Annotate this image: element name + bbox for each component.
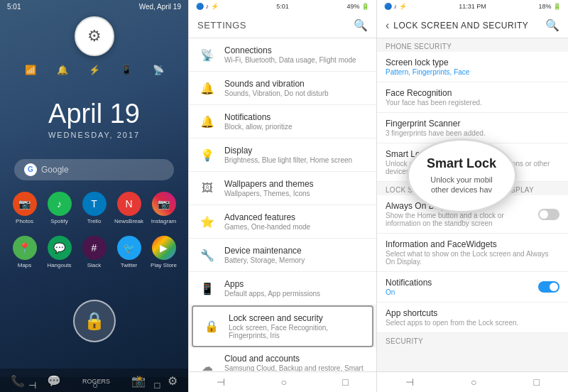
google-g-icon: G <box>24 163 37 176</box>
settings-item-display[interactable]: 💡 Display Brightness, Blue light filter,… <box>189 138 376 172</box>
screen-lock-type-subtitle: Pattern, Fingerprints, Face <box>386 68 559 76</box>
app-newsbreak[interactable]: N NewsBreak <box>114 192 143 224</box>
lock-item-app-shortcuts[interactable]: App shortcuts Select apps to open from t… <box>377 303 568 333</box>
lock-security-content: Lock screen and security Lock screen, Fa… <box>229 313 364 339</box>
maps-label: Maps <box>18 262 32 268</box>
fingerprint-title: Fingerprint Scanner <box>386 119 559 129</box>
notifications-lock-title: Notifications <box>386 278 538 288</box>
settings-nav-recents[interactable]: □ <box>342 376 348 388</box>
home-status-bar: 5:01 Wed, April 19 <box>0 0 188 13</box>
settings-item-advanced[interactable]: ⭐ Advanced features Games, One-handed mo… <box>189 205 376 239</box>
apps-title: Apps <box>224 279 368 289</box>
home-date: Wed, April 19 <box>139 3 181 11</box>
lock-search-icon[interactable]: 🔍 <box>545 18 559 32</box>
cloud-subtitle: Samsung Cloud, Backup and restore, Smart… <box>224 364 368 371</box>
notifications-content: Notifications On <box>386 278 538 296</box>
lock-status-bar: 🔵 ♪ ⚡ 11:31 PM 18% 🔋 <box>377 0 568 13</box>
photos-label: Photos <box>16 218 33 224</box>
settings-nav-home[interactable]: ○ <box>281 376 287 388</box>
settings-nav-back[interactable]: ⊣ <box>217 376 225 388</box>
app-playstore[interactable]: ▶ Play Store <box>149 236 178 268</box>
lock-screen-shortcut[interactable]: 🔒 <box>73 300 116 342</box>
sounds-icon: 🔔 <box>197 78 217 98</box>
settings-panel: 🔵 ♪ ⚡ 5:01 49% 🔋 SETTINGS 🔍 📡 Connection… <box>188 0 376 392</box>
trello-icon: T <box>82 192 106 216</box>
app-trello[interactable]: T Trello <box>80 192 109 224</box>
settings-item-wallpapers[interactable]: 🖼 Wallpapers and themes Wallpapers, Them… <box>189 172 376 205</box>
lock-item-notifications[interactable]: Notifications On <box>377 272 568 303</box>
settings-search-icon[interactable]: 🔍 <box>354 18 368 32</box>
app-instagram[interactable]: 📷 Instagram <box>149 192 178 224</box>
app-photos[interactable]: 📷 Photos <box>10 192 39 224</box>
twitter-icon: 🐦 <box>117 236 141 260</box>
wallpapers-icon: 🖼 <box>197 178 217 198</box>
apps-icon: 📱 <box>197 278 217 298</box>
settings-item-notifications[interactable]: 🔔 Notifications Block, allow, prioritize <box>189 105 376 138</box>
home-quick-status: 📶 🔔 ⚡ 📱 📡 <box>0 62 188 78</box>
advanced-content: Advanced features Games, One-handed mode <box>224 212 368 231</box>
lock-nav-recents[interactable]: □ <box>534 376 540 388</box>
signal-icon: 📡 <box>153 65 164 75</box>
settings-nav-bar: ⊣ ○ □ <box>189 371 376 392</box>
trello-label: Trello <box>87 218 102 224</box>
connections-subtitle: Wi-Fi, Bluetooth, Data usage, Flight mod… <box>224 56 368 64</box>
twitter-label: Twitter <box>121 262 138 268</box>
app-shortcuts-title: App shortcuts <box>386 308 559 318</box>
home-date-big: April 19 <box>0 99 188 129</box>
lock-item-screen-type[interactable]: Screen lock type Pattern, Fingerprints, … <box>377 52 568 82</box>
gear-icon: ⚙ <box>87 27 102 45</box>
spotify-icon: ♪ <box>48 192 72 216</box>
settings-item-cloud[interactable]: ☁ Cloud and accounts Samsung Cloud, Back… <box>189 347 376 371</box>
app-twitter[interactable]: 🐦 Twitter <box>114 236 143 268</box>
settings-item-maintenance[interactable]: 🔧 Device maintenance Battery, Storage, M… <box>189 239 376 272</box>
photos-icon: 📷 <box>13 192 37 216</box>
notifications-title: Notifications <box>224 112 368 122</box>
notifications-toggle[interactable] <box>538 281 559 293</box>
instagram-label: Instagram <box>151 218 177 224</box>
always-on-toggle[interactable] <box>538 209 559 220</box>
wallpapers-title: Wallpapers and themes <box>224 179 368 189</box>
lock-header: ‹ LOCK SCREEN AND SECURITY 🔍 <box>377 13 568 38</box>
settings-item-apps[interactable]: 📱 Apps Default apps, App permissions <box>189 272 376 305</box>
security-label: SECURITY <box>377 333 568 347</box>
settings-item-connections[interactable]: 📡 Connections Wi-Fi, Bluetooth, Data usa… <box>189 38 376 72</box>
lock-nav-home[interactable]: ○ <box>471 376 476 388</box>
settings-gear-circle[interactable]: ⚙ <box>75 16 114 56</box>
display-content: Display Brightness, Blue light filter, H… <box>224 146 368 164</box>
settings-item-lock-security[interactable]: 🔒 Lock screen and security Lock screen, … <box>192 305 373 347</box>
cloud-content: Cloud and accounts Samsung Cloud, Backup… <box>224 354 368 371</box>
lock-item-face-recognition[interactable]: Face Recognition Your face has been regi… <box>377 82 568 113</box>
bell-icon: 🔔 <box>57 65 68 75</box>
maps-icon: 📍 <box>13 236 37 260</box>
advanced-icon: ⭐ <box>197 212 217 232</box>
smart-lock-popup-title: Smart Lock <box>427 156 496 172</box>
lock-header-left: ‹ LOCK SCREEN AND SECURITY <box>386 19 528 32</box>
wallpapers-subtitle: Wallpapers, Themes, Icons <box>224 190 368 197</box>
app-spotify[interactable]: ♪ Spotify <box>45 192 74 224</box>
app-maps[interactable]: 📍 Maps <box>10 236 39 268</box>
lock-back-icon[interactable]: ‹ <box>386 19 389 32</box>
smart-lock-popup: Smart Lock Unlock your mobilother device… <box>407 138 517 213</box>
lock-nav-back[interactable]: ⊣ <box>405 376 414 388</box>
hangouts-label: Hangouts <box>47 262 71 268</box>
wifi-icon: 📶 <box>25 65 36 75</box>
nav-back-icon[interactable]: ⊣ <box>28 380 36 391</box>
nav-recents-icon[interactable]: □ <box>154 380 160 391</box>
app-hangouts[interactable]: 💬 Hangouts <box>45 236 74 268</box>
app-slack[interactable]: # Slack <box>80 236 109 268</box>
settings-item-sounds[interactable]: 🔔 Sounds and vibration Sounds, Vibration… <box>189 72 376 105</box>
playstore-label: Play Store <box>151 262 177 268</box>
notifications-icon: 🔔 <box>197 111 217 131</box>
google-search-bar[interactable]: G Google <box>14 159 174 180</box>
app-grid-row2: 📍 Maps 💬 Hangouts # Slack 🐦 Twitter ▶ Pl… <box>0 230 188 274</box>
notifications-row: Notifications On <box>386 278 559 296</box>
playstore-icon: ▶ <box>152 236 176 260</box>
display-icon: 💡 <box>197 145 217 165</box>
face-recognition-title: Face Recognition <box>386 88 559 98</box>
lock-nav-bar: ⊣ ○ □ <box>377 371 568 392</box>
lock-item-facewidgets[interactable]: Information and FaceWidgets Select what … <box>377 234 568 272</box>
maintenance-subtitle: Battery, Storage, Memory <box>224 256 368 264</box>
settings-time-value: 5:01 <box>276 3 289 10</box>
connections-title: Connections <box>224 45 368 55</box>
nav-home-icon[interactable]: ○ <box>92 380 98 391</box>
